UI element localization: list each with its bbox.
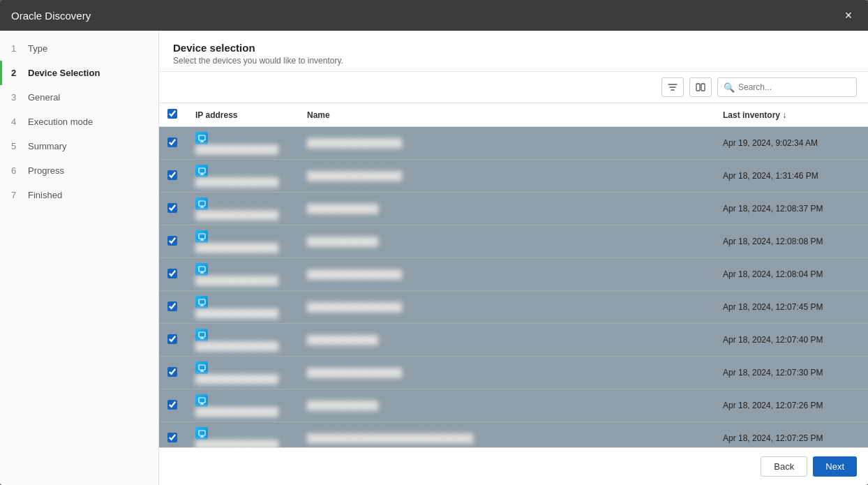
name-value: ████████████████████████████ — [307, 433, 473, 443]
row-ip: ██████████████ — [187, 127, 299, 160]
row-ip: ██████████████ — [187, 324, 299, 357]
row-last-inventory: Apr 18, 2024, 12:08:04 PM — [714, 258, 868, 291]
content-subtitle: Select the devices you would like to inv… — [173, 56, 854, 66]
table-row: ██████████████ ████████████████ Apr 19, … — [159, 127, 868, 160]
content-area: Device selection Select the devices you … — [159, 31, 868, 485]
row-name: ████████████████ — [299, 127, 714, 160]
row-checkbox[interactable] — [167, 400, 177, 410]
row-last-inventory: Apr 18, 2024, 12:07:26 PM — [714, 389, 868, 422]
columns-button[interactable] — [689, 77, 712, 97]
row-ip: ██████████████ — [187, 160, 299, 193]
sidebar-item-type[interactable]: 1Type — [0, 36, 158, 61]
ip-value: ██████████████ — [195, 374, 278, 384]
footer: Back Next — [159, 447, 868, 485]
row-checkbox[interactable] — [167, 203, 177, 213]
back-button[interactable]: Back — [761, 456, 807, 477]
sidebar-item-label: Type — [28, 43, 47, 54]
name-value: ████████████████ — [307, 171, 402, 181]
row-ip: ██████████████ — [187, 193, 299, 225]
header-last-inventory: Last inventory ↓ — [714, 103, 868, 127]
row-last-inventory: Apr 18, 2024, 12:07:30 PM — [714, 357, 868, 389]
row-last-inventory: Apr 18, 2024, 12:07:40 PM — [714, 324, 868, 357]
table-row: ██████████████ ████████████ Apr 18, 2024… — [159, 193, 868, 225]
step-number: 2 — [11, 68, 22, 78]
row-checkbox[interactable] — [167, 433, 177, 442]
row-last-inventory: Apr 18, 2024, 12:07:25 PM — [714, 422, 868, 448]
sidebar-item-progress[interactable]: 6Progress — [0, 158, 158, 183]
next-button[interactable]: Next — [813, 456, 857, 477]
row-checkbox[interactable] — [167, 301, 177, 311]
filter-button[interactable] — [661, 77, 684, 97]
header-name: Name — [299, 103, 714, 127]
row-ip: ██████████████ — [187, 225, 299, 258]
row-last-inventory: Apr 19, 2024, 9:02:34 AM — [714, 127, 868, 160]
row-last-inventory: Apr 18, 2024, 12:08:08 PM — [714, 225, 868, 258]
search-icon: 🔍 — [724, 82, 735, 93]
row-name: ████████████ — [299, 389, 714, 422]
name-value: ████████████ — [307, 204, 378, 214]
table-row: ██████████████ ████████████████ Apr 18, … — [159, 160, 868, 193]
row-ip: ██████████████ — [187, 357, 299, 389]
step-number: 4 — [11, 117, 22, 127]
name-value: ████████████ — [307, 401, 378, 410]
select-all-checkbox[interactable] — [167, 109, 177, 119]
row-checkbox[interactable] — [167, 137, 177, 147]
table-body: ██████████████ ████████████████ Apr 19, … — [159, 127, 868, 448]
device-icon — [195, 394, 208, 407]
row-name: ████████████████████████████ — [299, 422, 714, 448]
sidebar-item-execution-mode[interactable]: 4Execution mode — [0, 110, 158, 134]
table-row: ██████████████ ████████████ Apr 18, 2024… — [159, 389, 868, 422]
ip-value: ██████████████ — [195, 308, 278, 318]
sidebar-item-label: Progress — [28, 165, 64, 176]
svg-rect-11 — [199, 234, 205, 239]
filter-icon — [667, 82, 678, 93]
svg-rect-8 — [199, 201, 205, 206]
step-number: 5 — [11, 141, 22, 151]
sidebar-item-label: Execution mode — [28, 117, 93, 127]
svg-rect-14 — [199, 267, 205, 271]
ip-value: ██████████████ — [195, 407, 278, 417]
ip-value: ██████████████ — [195, 144, 278, 154]
row-checkbox[interactable] — [167, 334, 177, 344]
row-ip: ██████████████ — [187, 422, 299, 448]
svg-rect-26 — [199, 398, 205, 403]
header-checkbox-cell — [159, 103, 187, 127]
row-checkbox[interactable] — [167, 367, 177, 377]
header-ip: IP address — [187, 103, 299, 127]
sidebar-item-finished[interactable]: 7Finished — [0, 183, 158, 207]
modal-title: Oracle Discovery — [11, 10, 91, 22]
row-checkbox-cell — [159, 258, 187, 291]
row-checkbox[interactable] — [167, 269, 177, 278]
name-value: ████████████████ — [307, 368, 402, 378]
ip-value: ██████████████ — [195, 177, 278, 187]
modal-header: Oracle Discovery × — [0, 0, 868, 31]
ip-value: ██████████████ — [195, 276, 278, 285]
row-checkbox-cell — [159, 160, 187, 193]
search-input[interactable] — [738, 82, 851, 92]
device-icon — [195, 361, 208, 374]
row-checkbox[interactable] — [167, 236, 177, 246]
table-row: ██████████████ ████████████████ Apr 18, … — [159, 291, 868, 324]
sidebar-item-label: General — [28, 92, 60, 103]
row-ip: ██████████████ — [187, 389, 299, 422]
svg-rect-0 — [696, 84, 700, 91]
table-row: ██████████████ █████████████████████████… — [159, 422, 868, 448]
row-name: ████████████████ — [299, 291, 714, 324]
content-header: Device selection Select the devices you … — [159, 31, 868, 72]
close-button[interactable]: × — [840, 7, 857, 24]
sidebar-item-device-selection[interactable]: 2Device Selection — [0, 61, 158, 85]
oracle-discovery-modal: Oracle Discovery × 1Type2Device Selectio… — [0, 0, 868, 485]
row-checkbox[interactable] — [167, 170, 177, 180]
table-row: ██████████████ ████████████████ Apr 18, … — [159, 357, 868, 389]
svg-rect-2 — [199, 135, 205, 140]
ip-value: ██████████████ — [195, 341, 278, 351]
ip-value: ██████████████ — [195, 243, 278, 253]
row-checkbox-cell — [159, 357, 187, 389]
ip-value: ██████████████ — [195, 210, 278, 220]
name-value: ████████████ — [307, 237, 378, 246]
sidebar-item-summary[interactable]: 5Summary — [0, 134, 158, 158]
row-name: ████████████ — [299, 225, 714, 258]
sidebar: 1Type2Device Selection3General4Execution… — [0, 31, 159, 485]
sidebar-item-general[interactable]: 3General — [0, 85, 158, 110]
step-number: 6 — [11, 165, 22, 176]
